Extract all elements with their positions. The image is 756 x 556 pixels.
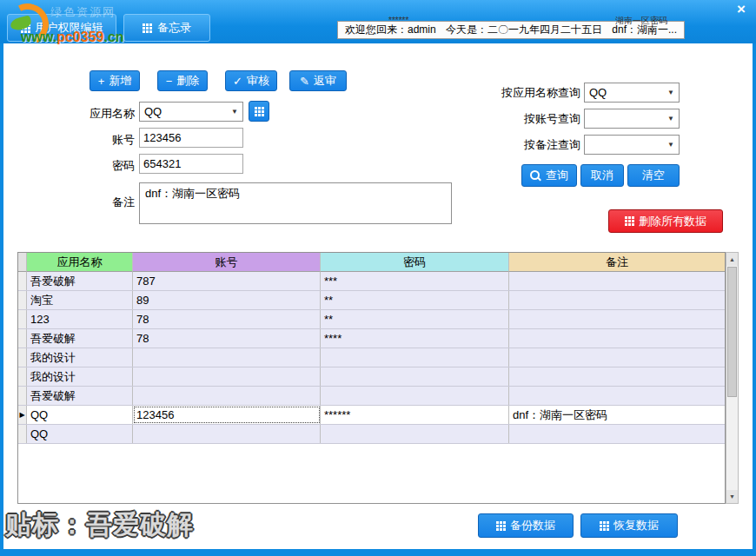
app-name-select[interactable]: QQ ▼ [139,102,243,122]
return-audit-button[interactable]: ✎ 返审 [289,70,347,91]
query-by-app-select[interactable]: QQ ▼ [584,83,680,103]
query-by-app-label: 按应用名称查询 [481,86,580,100]
cell-account: 89 [133,291,321,309]
grid-icon [143,23,152,33]
cell-app: 123 [27,310,133,328]
scroll-down-icon[interactable]: ▼ [726,490,738,503]
cell-note [509,425,725,443]
password-label: 密码 [83,159,135,173]
cell-account: 787 [133,272,321,290]
table-row[interactable]: 123 78 ** [18,310,725,329]
delete-button-label: 删除 [176,73,199,89]
cell-account: 78 [133,310,321,328]
table-row[interactable]: 淘宝 89 ** [18,291,725,310]
overlay-stars-text: ****** [388,16,408,25]
cell-note [509,291,725,309]
delete-all-button[interactable]: 删除所有数据 [608,209,723,233]
query-by-app-value: QQ [589,86,607,99]
grid-icon [600,521,609,531]
cell-app: 吾爱破解 [27,387,133,405]
search-button[interactable]: 查询 [521,164,577,187]
table-row[interactable]: 吾爱破解 [18,387,725,406]
app-list-grid-button[interactable] [249,101,269,122]
query-by-account-select[interactable]: ▼ [584,109,680,129]
app-window: 绿色资源网 用户权限编辑 备忘录 www.pc0359.cn 欢迎您回来：adm… [0,0,756,556]
date-text: 今天是：二〇一九年四月二十五日 [446,23,602,37]
header-app-name[interactable]: 应用名称 [27,253,133,272]
row-marker [18,387,27,405]
cell-password [321,387,509,405]
clear-button[interactable]: 清空 [627,164,680,187]
cell-app: 我的设计 [27,367,133,386]
grid-icon [496,521,506,531]
site-watermark-text: 绿色资源网 [50,4,116,20]
app-name-value: QQ [144,105,162,118]
cell-account: 123456 [133,406,321,424]
table-row[interactable]: 我的设计 [18,367,725,387]
header-account[interactable]: 账号 [133,253,321,272]
cell-password [321,425,509,443]
query-by-note-label: 按备注查询 [481,138,580,152]
cell-app: 淘宝 [27,291,133,309]
note-textarea[interactable]: dnf：湖南一区密码 [139,182,452,224]
app-name-label: 应用名称 [83,107,135,121]
table-scrollbar[interactable]: ▲ ▼ [726,252,739,504]
table-row[interactable]: QQ [18,425,725,444]
cell-app: QQ [27,425,133,443]
audit-button-label: 审核 [247,73,269,89]
chevron-down-icon: ▼ [667,141,674,149]
tab-memo-label: 备忘录 [157,20,191,36]
cell-note [509,387,725,405]
cell-account: 78 [133,329,321,348]
cell-app: 我的设计 [27,348,133,367]
grid-icon [625,216,634,226]
row-marker [18,310,27,328]
add-button[interactable]: + 新增 [90,70,140,91]
table-row[interactable]: 我的设计 [18,348,725,367]
grid-icon [255,107,264,116]
cell-note [509,348,725,367]
cell-password: ** [321,310,509,328]
cancel-button[interactable]: 取消 [580,164,624,187]
cell-app: 吾爱破解 [27,329,133,348]
query-by-note-select[interactable]: ▼ [584,135,680,155]
scroll-up-icon[interactable]: ▲ [726,253,738,266]
restore-data-button-label: 恢复数据 [613,518,659,533]
row-marker [18,425,27,443]
header-marker-cell [18,253,27,272]
cell-note [509,367,725,386]
delete-button[interactable]: − 删除 [157,70,208,91]
table-header: 应用名称 账号 密码 备注 [18,253,725,272]
cell-account [133,425,321,443]
add-button-label: 新增 [109,73,131,89]
cell-note [509,272,725,290]
pencil-icon: ✎ [300,76,309,87]
row-marker [18,348,27,367]
scrollbar-thumb[interactable] [727,267,737,397]
search-button-label: 查询 [546,168,568,183]
table-row[interactable]: ▶ QQ 123456 ****** dnf：湖南一区密码 [18,406,725,425]
chevron-down-icon: ▼ [231,108,238,116]
cell-account [133,367,321,386]
header-password[interactable]: 密码 [321,253,509,272]
table-row[interactable]: 吾爱破解 787 *** [18,272,725,291]
cell-password [321,348,509,367]
cell-note [509,329,725,348]
account-input[interactable] [139,128,243,148]
row-marker [18,291,27,309]
password-input[interactable] [139,154,243,174]
minus-icon: − [166,76,173,87]
close-button[interactable]: × [731,1,752,18]
data-table: 应用名称 账号 密码 备注 吾爱破解 787 *** 淘宝 89 ** 123 [17,252,726,504]
row-marker [18,329,27,348]
cell-password: *** [321,272,509,290]
tab-memo[interactable]: 备忘录 [123,14,210,42]
audit-button[interactable]: ✓ 审核 [225,70,277,91]
cell-app: QQ [27,406,133,424]
backup-data-button[interactable]: 备份数据 [478,513,574,538]
cancel-button-label: 取消 [591,168,613,183]
table-row[interactable]: 吾爱破解 78 **** [18,329,725,348]
restore-data-button[interactable]: 恢复数据 [580,513,678,538]
header-note[interactable]: 备注 [509,253,725,272]
row-marker [18,367,27,386]
